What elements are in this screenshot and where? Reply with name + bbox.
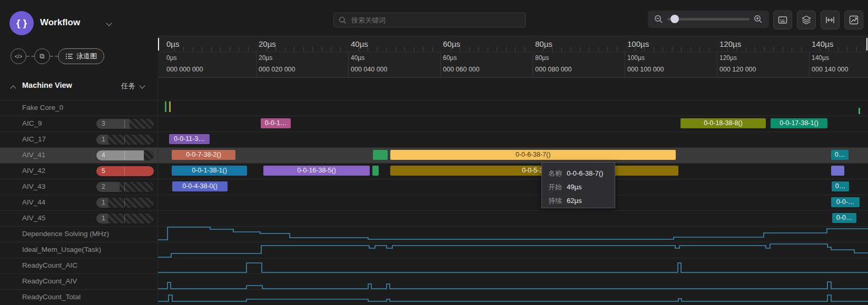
timeline-bar[interactable]: 0-0-1… — [261, 118, 291, 128]
sidebar-row-label[interactable]: AIV_44 — [22, 198, 45, 206]
sidebar-row-label[interactable]: AIV_43 — [22, 182, 45, 190]
task-count-badge: 4 — [96, 150, 154, 160]
sidebar-row-label[interactable]: AIC_9 — [22, 119, 42, 127]
timeline-mark[interactable] — [169, 101, 171, 112]
badge-fill — [96, 182, 120, 192]
tooltip-name-value: 0-0-6-38-7() — [567, 167, 603, 180]
sidebar-row-label[interactable]: Dependence Solving (MHz) — [22, 230, 109, 238]
badge-count: 1 — [102, 198, 105, 208]
task-tooltip: 名称 0-0-6-38-7() 开始 49µs 持续 62µs — [541, 162, 615, 208]
row-border — [0, 163, 868, 164]
badge-threshold — [124, 183, 125, 191]
sidebar-row-label[interactable]: ReadyCount_AIV — [22, 277, 77, 285]
badge-threshold — [124, 167, 125, 175]
task-count-badge: 1 — [96, 198, 154, 208]
task-count-badge: 2 — [96, 182, 154, 192]
badge-threshold — [124, 136, 125, 144]
row-border — [0, 195, 868, 195]
badge-threshold — [124, 120, 125, 128]
badge-hatch — [108, 135, 154, 145]
timeline-bar[interactable]: 0… — [832, 181, 849, 191]
row-border — [0, 179, 868, 179]
row-border — [0, 100, 868, 100]
badge-threshold — [124, 199, 125, 207]
panel-divider — [157, 78, 158, 305]
workflow-trace-viewer: { } Workflow </> ⧉ 泳道图 — [0, 0, 868, 305]
badge-count: 4 — [102, 150, 105, 160]
task-count-badge: 1 — [96, 135, 154, 145]
sidebar-row-label[interactable]: AIV_41 — [22, 151, 45, 159]
badge-hatch — [130, 119, 154, 129]
sidebar-row-label[interactable]: ReadyCount_AIC — [22, 261, 77, 269]
row-border — [0, 116, 868, 116]
sidebar-row-label[interactable]: AIV_45 — [22, 214, 45, 222]
sidebar-row-label[interactable]: AIV_42 — [22, 167, 45, 175]
timeline-bar[interactable]: 0-0-1-38-1() — [172, 166, 247, 176]
task-count-badge: 3 — [96, 119, 154, 129]
timeline-bar[interactable]: 0-0… — [832, 213, 856, 223]
timeline-bar[interactable]: 0-0-17-38-1() — [771, 118, 827, 128]
row-border — [0, 273, 868, 274]
timeline-bar[interactable]: 0-0-11-3… — [169, 134, 210, 144]
badge-count: 5 — [102, 166, 105, 176]
timeline-bar[interactable]: 0-0-5-38 — [390, 166, 678, 176]
badge-count: 3 — [102, 119, 105, 129]
badge-hatch — [108, 214, 154, 223]
badge-hatch — [108, 198, 154, 208]
timeline-bar[interactable]: 0-0-… — [831, 197, 860, 207]
task-count-badge: 5 — [96, 166, 154, 176]
badge-threshold — [124, 151, 125, 159]
sidebar-row-label[interactable]: Fake Core_0 — [22, 104, 63, 111]
timeline-bar[interactable]: 0-0-6-38-7() — [390, 150, 676, 160]
badge-count: 1 — [102, 135, 105, 145]
timeline-bar[interactable] — [831, 166, 844, 176]
row-border — [0, 210, 868, 211]
timeline-mark[interactable] — [859, 108, 860, 114]
badge-hatch — [144, 150, 154, 160]
tooltip-duration-label: 持续 — [548, 194, 562, 208]
sidebar-row-label[interactable]: AIC_17 — [22, 135, 46, 143]
row-border — [0, 131, 868, 132]
tooltip-start-value: 49µs — [567, 180, 581, 194]
timeline-mark[interactable] — [165, 101, 166, 112]
tooltip-duration-value: 62µs — [567, 194, 581, 208]
row-border — [0, 289, 868, 290]
row-border — [0, 258, 868, 258]
row-border — [0, 147, 868, 148]
badge-threshold — [124, 215, 125, 222]
swimlane-rows: Fake Core_0AIC_930-0-1…0-0-18-38-8()0-0-… — [0, 0, 868, 305]
badge-count: 1 — [102, 214, 105, 223]
timeline-bar[interactable]: 0… — [831, 150, 849, 160]
timeline-bar[interactable]: 0-0-16-38-5() — [263, 166, 370, 176]
row-border — [0, 242, 868, 242]
task-count-badge: 1 — [96, 214, 154, 223]
timeline-bar[interactable]: 0-0-18-38-8() — [680, 118, 766, 128]
tooltip-start-label: 开始 — [548, 180, 562, 194]
timeline-bar[interactable] — [372, 166, 379, 176]
timeline-bar[interactable]: 0-0-4-38-0() — [172, 181, 228, 191]
sidebar-row-label[interactable]: Ideal_Mem_Usage(Task) — [22, 246, 101, 253]
row-border — [0, 226, 868, 227]
sidebar-row-label[interactable]: ReadyCount_Total — [22, 293, 81, 301]
timeline-bar[interactable]: 0-0-7-38-2() — [172, 150, 235, 160]
badge-count: 2 — [102, 182, 105, 192]
timeline-bar[interactable] — [373, 150, 388, 160]
tooltip-name-label: 名称 — [548, 167, 562, 180]
